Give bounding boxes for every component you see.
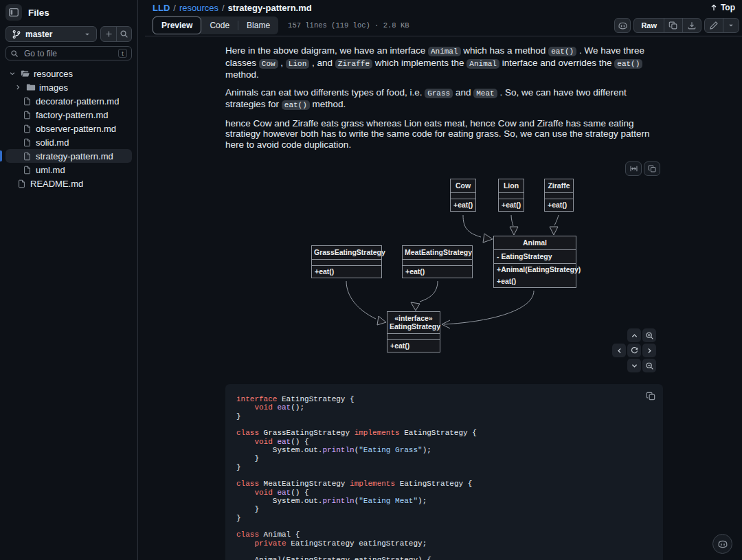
code-line: } (236, 454, 652, 462)
tree-item-decorator-pattern.md[interactable]: decorator-pattern.md (5, 94, 132, 108)
file-meta: 157 lines (119 loc) · 2.8 KB (288, 21, 409, 30)
pan-down-button[interactable] (627, 359, 641, 372)
caret-down-icon (84, 31, 91, 38)
breadcrumb-link[interactable]: LLD (153, 3, 170, 13)
copilot-icon (618, 21, 628, 31)
tree-item-README.md[interactable]: README.md (5, 177, 132, 190)
code-line: } (236, 514, 652, 522)
inline-code: eat() (548, 47, 576, 56)
goto-file-box: t (5, 46, 132, 60)
class-title: Animal (494, 236, 576, 249)
class-attributes (312, 259, 381, 265)
folder-open-icon (20, 69, 30, 78)
copy-file-button[interactable] (664, 19, 682, 32)
tree-item-resources[interactable]: resources (5, 67, 132, 80)
class-attributes (387, 333, 440, 339)
code-line: void eat() { (236, 438, 652, 446)
code-line: interface EatingStrategy { (236, 395, 652, 403)
goto-file-input[interactable] (23, 48, 114, 59)
sidebar-toggle-button[interactable] (5, 4, 22, 21)
class-title: MeatEatingStrategy (403, 246, 472, 259)
keyboard-shortcut-badge: t (118, 49, 127, 58)
class-box-meat: MeatEatingStrategy+eat() (402, 245, 473, 278)
pan-up-button[interactable] (627, 328, 641, 342)
zoom-out-button[interactable] (642, 359, 656, 372)
caret-down-icon (728, 22, 734, 29)
breadcrumb-current-file: strategy-pattern.md (228, 3, 312, 13)
chevron-right-icon[interactable] (14, 84, 22, 91)
tree-item-strategy-pattern.md[interactable]: strategy-pattern.md (5, 149, 132, 163)
tab-preview[interactable]: Preview (153, 16, 201, 34)
panel-icon (8, 7, 19, 18)
copilot-button[interactable] (614, 18, 631, 33)
tree-item-label: uml.md (36, 165, 65, 175)
pan-right-button[interactable] (642, 344, 656, 357)
class-box-eating: «interface»EatingStrategy+eat() (387, 311, 440, 352)
class-methods: +eat() (312, 265, 381, 278)
file-tree: resourcesimagesdecorator-pattern.mdfacto… (5, 67, 132, 190)
markdown-paragraph: Here in the above daigram, we have an in… (225, 45, 663, 80)
code-line: class MeatEatingStrategy implements Eati… (236, 480, 652, 488)
view-tabs: PreviewCodeBlame (153, 16, 278, 34)
file-icon (16, 179, 27, 188)
class-box-ziraffe: Ziraffe+eat() (544, 179, 574, 212)
copy-icon (668, 21, 678, 30)
branch-selector[interactable]: master (5, 26, 97, 42)
inline-code: eat() (282, 100, 310, 110)
copy-code-button[interactable] (644, 390, 657, 403)
class-attributes: - EatingStrategy (494, 249, 576, 263)
zoom-in-icon (645, 331, 654, 340)
code-line: class Animal { (236, 530, 652, 539)
code-line (236, 522, 652, 530)
breadcrumb-link[interactable]: resources (179, 3, 218, 13)
class-methods: +eat() (403, 265, 472, 278)
tree-item-uml.md[interactable]: uml.md (5, 163, 132, 177)
class-box-lion: Lion+eat() (498, 179, 524, 212)
selected-item-accent (0, 150, 2, 161)
arrow-up-icon (710, 3, 718, 12)
git-branch-icon (12, 30, 21, 39)
search-icon (10, 49, 19, 58)
class-methods: +eat() (499, 199, 524, 211)
search-tree-button[interactable] (116, 27, 131, 41)
chevron-down-icon[interactable] (8, 70, 16, 77)
code-line: } (236, 505, 652, 513)
files-panel-title: Files (28, 8, 49, 18)
reset-view-button[interactable] (627, 344, 641, 357)
tree-item-label: solid.md (36, 137, 69, 148)
zoom-in-button[interactable] (642, 328, 656, 342)
markdown-preview: Here in the above daigram, we have an in… (225, 36, 663, 560)
file-icon (22, 166, 32, 175)
back-to-top-link[interactable]: Top (710, 3, 735, 12)
copilot-floating-button[interactable] (712, 534, 732, 554)
tree-item-solid.md[interactable]: solid.md (5, 135, 132, 149)
folder-icon (25, 82, 36, 92)
class-box-animal: Animal- EatingStrategy+Animal(EatingStra… (493, 236, 576, 288)
search-icon (120, 30, 128, 38)
file-icon (22, 97, 32, 106)
tab-blame[interactable]: Blame (238, 16, 278, 34)
tree-item-observer-pattern.md[interactable]: observer-pattern.md (5, 122, 132, 135)
tab-code[interactable]: Code (201, 16, 238, 34)
tree-item-factory-pattern.md[interactable]: factory-pattern.md (5, 108, 132, 122)
code-line: } (236, 463, 652, 471)
edit-file-button[interactable] (705, 19, 723, 32)
pan-left-button[interactable] (612, 344, 626, 357)
class-methods: +eat() (451, 199, 475, 211)
branch-name: master (25, 30, 52, 39)
inline-code: Animal (466, 59, 499, 69)
class-box-cow: Cow+eat() (450, 179, 476, 212)
code-block: interface EatingStrategy { void eat();} … (225, 384, 663, 560)
uml-class-diagram: Cow+eat()Lion+eat()Ziraffe+eat()GrassEat… (225, 157, 663, 363)
zoom-out-icon (645, 361, 654, 370)
code-line (236, 421, 652, 429)
pencil-icon (709, 21, 719, 30)
class-title: Lion (499, 179, 524, 192)
tree-item-label: observer-pattern.md (36, 124, 116, 134)
edit-options-button[interactable] (723, 19, 739, 32)
edit-group (704, 18, 739, 33)
download-button[interactable] (682, 19, 701, 32)
raw-button[interactable]: Raw (634, 19, 664, 32)
tree-item-images[interactable]: images (5, 80, 132, 94)
new-file-button[interactable] (101, 27, 116, 41)
